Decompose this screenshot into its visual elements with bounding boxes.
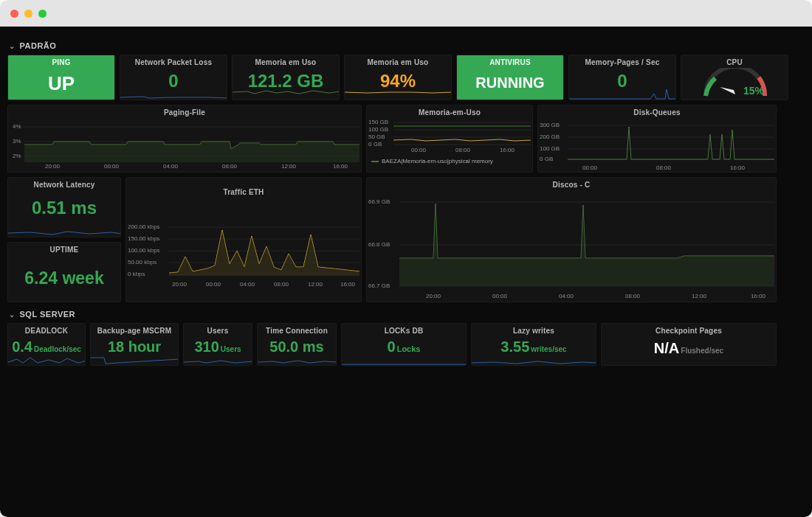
svg-text:200.00 kbps: 200.00 kbps [128,223,160,230]
section-title: PADRÃO [20,41,57,50]
svg-text:08:00: 08:00 [222,163,238,170]
panel-time-connection[interactable]: Time Connection 50.0 ms [257,323,337,366]
svg-text:00:00: 00:00 [492,293,508,299]
sparkline [258,352,337,365]
panel-title: Paging-File [8,105,361,118]
svg-text:12:00: 12:00 [281,163,297,170]
sparkline [91,352,179,365]
panel-title: Memoria-em-Uso [367,105,532,118]
panel-title: Discos - C [367,178,776,190]
panel-traffic-eth[interactable]: Traffic ETH 200.00 kbps 150.00 kbps 100.… [125,177,362,302]
row-sql-stats: DEADLOCK 0.4Deadlock/sec Backup-age MSCR… [7,323,805,366]
panel-disk-queues[interactable]: Disk-Queues 300 GB 200 GB 100 GB 0 GB 00… [537,105,777,173]
svg-text:20:00: 20:00 [45,163,61,170]
svg-text:0 GB: 0 GB [540,156,553,162]
svg-text:100 GB: 100 GB [368,126,388,133]
panel-title: Checkpoint Pages [602,324,776,336]
panel-locks-db[interactable]: LOCKs DB 0Locks [341,323,467,366]
panel-antivirus[interactable]: ANTIVIRUS RUNNING [456,55,564,100]
browser-window: ⌄ PADRÃO PING UP Network Packet Loss 0 M… [0,0,812,517]
svg-text:0 GB: 0 GB [368,141,382,148]
stat-value: 6.24 week [8,255,120,287]
legend-label: BAEZA|Memoria-em-uso|physical memory [382,158,493,164]
svg-text:50 GB: 50 GB [368,133,385,140]
svg-text:16:00: 16:00 [333,163,348,170]
sparkline [8,223,121,237]
svg-text:4%: 4% [13,123,21,130]
sparkline [472,352,596,365]
panel-uptime[interactable]: UPTIME 6.24 week [7,242,121,302]
panel-memoria-em-uso-chart[interactable]: Memoria-em-Uso 150 GB 100 GB 50 GB 0 GB … [366,105,533,173]
stat-value: N/A [654,337,679,356]
panel-title: Time Connection [258,324,336,336]
stat-value: UP [8,68,114,93]
section-header-sql[interactable]: ⌄ SQL SERVER [9,310,803,319]
svg-text:04:00: 04:00 [163,163,179,170]
svg-marker-47 [169,230,359,276]
panel-users[interactable]: Users 310Users [183,323,252,366]
panel-title: PING [8,55,114,68]
panel-backup-age[interactable]: Backup-age MSCRM 18 hour [90,323,179,366]
panel-packet-loss[interactable]: Network Packet Loss 0 [120,55,227,100]
column-left-stats: Network Latency 0.51 ms UPTIME 6.24 week [7,177,121,302]
svg-text:00:00: 00:00 [582,164,598,171]
chart-memoria-em-uso: 150 GB 100 GB 50 GB 0 GB 00:00 08:00 16:… [367,118,533,153]
svg-text:04:00: 04:00 [559,293,574,299]
panel-title: UPTIME [8,243,120,255]
svg-text:0 kbps: 0 kbps [128,271,145,277]
panel-title: Traffic ETH [126,178,361,198]
sparkline [120,86,227,100]
svg-text:16:00: 16:00 [730,164,746,171]
svg-text:12:00: 12:00 [692,293,707,299]
sparkline [345,86,452,100]
panel-discos-c[interactable]: Discos - C 66.9 GB 66.8 GB 66.7 GB 20:00… [366,177,777,302]
svg-text:04:00: 04:00 [240,281,255,288]
close-icon[interactable] [10,10,18,18]
panel-checkpoint-pages[interactable]: Checkpoint Pages N/AFlushed/sec [601,323,777,366]
panel-network-latency[interactable]: Network Latency 0.51 ms [7,177,121,237]
sparkline [342,352,467,365]
panel-title: Memory-Pages / Sec [569,55,675,68]
panel-title: Backup-age MSCRM [91,324,178,336]
panel-paging-file[interactable]: Paging-File 4% 3% 2% 20:00 00:00 04:00 0… [7,105,362,173]
svg-text:16:00: 16:00 [500,147,515,153]
panel-deadlock[interactable]: DEADLOCK 0.4Deadlock/sec [7,323,86,366]
svg-marker-8 [24,142,359,162]
panel-memoria-pct[interactable]: Memoria em Uso 94% [344,55,452,100]
section-header-padrao[interactable]: ⌄ PADRÃO [9,41,803,50]
panel-ping[interactable]: PING UP [7,55,115,100]
window-titlebar [0,0,812,27]
panel-title: DEADLOCK [8,324,85,336]
panel-title: LOCKs DB [342,324,466,336]
svg-text:66.9 GB: 66.9 GB [368,198,390,205]
svg-text:00:00: 00:00 [206,281,221,288]
panel-cpu[interactable]: CPU 15% [681,55,788,100]
sparkline [569,86,676,100]
panel-title: Network Latency [8,178,120,190]
section-title: SQL SERVER [20,310,76,319]
svg-text:300 GB: 300 GB [540,122,560,128]
maximize-icon[interactable] [38,10,47,18]
svg-text:20:00: 20:00 [172,281,187,288]
panel-title: Memoria em Uso [233,55,339,68]
svg-text:100.00 kbps: 100.00 kbps [128,247,160,254]
panel-lazy-writes[interactable]: Lazy writes 3.55writes/sec [471,323,596,366]
gauge-cpu: 15% [681,68,788,100]
row-large-charts: Network Latency 0.51 ms UPTIME 6.24 week… [7,177,805,302]
panel-memory-pages[interactable]: Memory-Pages / Sec 0 [568,55,676,100]
minimize-icon[interactable] [24,10,32,18]
svg-text:20:00: 20:00 [426,293,441,299]
svg-text:15%: 15% [743,85,765,97]
svg-text:16:00: 16:00 [751,293,766,299]
svg-text:00:00: 00:00 [104,163,120,170]
svg-text:66.8 GB: 66.8 GB [368,241,390,248]
sparkline [233,86,340,100]
stat-value: 0.51 ms [8,190,120,217]
panel-memoria-abs[interactable]: Memoria em Uso 121.2 GB [232,55,340,100]
row-charts-medium: Paging-File 4% 3% 2% 20:00 00:00 04:00 0… [7,105,805,173]
chart-legend: BAEZA|Memoria-em-uso|physical memory BAE… [367,156,532,173]
svg-text:150 GB: 150 GB [368,119,388,125]
dashboard-viewport: ⌄ PADRÃO PING UP Network Packet Loss 0 M… [0,27,812,517]
svg-text:00:00: 00:00 [411,147,427,153]
svg-text:150.00 kbps: 150.00 kbps [128,235,160,242]
